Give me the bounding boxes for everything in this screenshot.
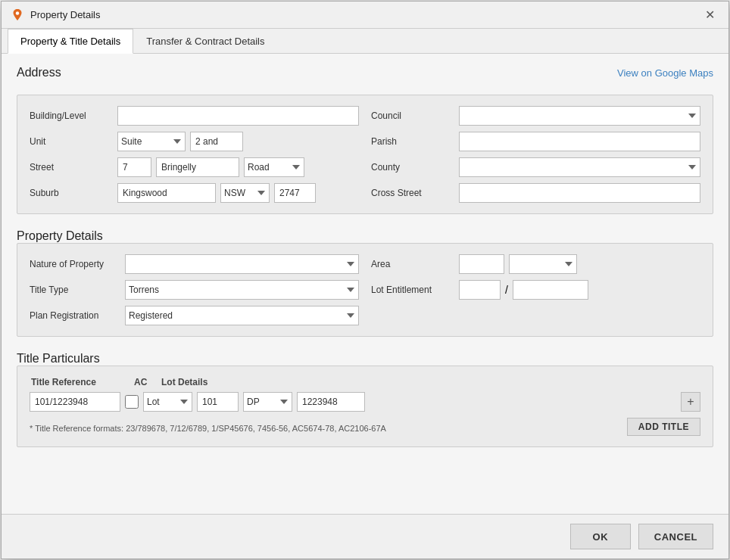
- add-title-button[interactable]: ADD TITLE: [627, 418, 700, 436]
- building-level-label: Building/Level: [30, 110, 113, 121]
- close-button[interactable]: ✕: [700, 8, 719, 23]
- col-title-ref-header: Title Reference: [31, 377, 129, 387]
- title-particulars-title: Title Particulars: [17, 352, 100, 365]
- unit-type-select[interactable]: Suite Unit Apartment Level: [117, 132, 186, 151]
- title-type-row: Title Type Torrens Old System Strata Com…: [30, 280, 359, 300]
- plan-reg-select[interactable]: Registered Unregistered: [125, 306, 359, 325]
- parish-input[interactable]: [459, 132, 700, 151]
- plan-reg-label: Plan Registration: [30, 310, 120, 321]
- cross-street-label: Cross Street: [371, 188, 454, 198]
- property-details-dialog: Property Details ✕ Property & Title Deta…: [1, 1, 729, 559]
- council-label: Council: [371, 110, 454, 121]
- unit-row: Unit Suite Unit Apartment Level: [30, 132, 359, 151]
- dialog-title: Property Details: [30, 9, 100, 20]
- cross-street-row: Cross Street: [371, 183, 700, 203]
- svg-point-0: [16, 11, 19, 14]
- parish-label: Parish: [371, 136, 454, 147]
- add-row-button[interactable]: +: [681, 392, 700, 412]
- property-cols: Nature of Property Title Type Torrens Ol…: [30, 254, 700, 325]
- suburb-row: Suburb NSW VIC QLD SA WA TAS ACT NT: [30, 183, 359, 203]
- nature-row: Nature of Property: [30, 254, 359, 274]
- title-ref-input[interactable]: [30, 392, 120, 412]
- address-cols: Building/Level Unit Suite Unit Apartment…: [30, 106, 700, 203]
- ok-button[interactable]: OK: [570, 524, 631, 549]
- dp-number-input[interactable]: [297, 392, 365, 412]
- address-left-col: Building/Level Unit Suite Unit Apartment…: [30, 106, 359, 203]
- title-formats-note: * Title Reference formats: 23/789678, 7/…: [30, 424, 386, 433]
- address-box: Building/Level Unit Suite Unit Apartment…: [17, 95, 713, 214]
- title-type-label: Title Type: [30, 285, 120, 295]
- unit-label: Unit: [30, 136, 113, 147]
- lot-ent-den-input[interactable]: [513, 280, 588, 300]
- property-right-col: Area Lot Entitlement /: [371, 254, 700, 325]
- google-maps-link[interactable]: View on Google Maps: [617, 67, 713, 79]
- lot-ent-num-input[interactable]: [459, 280, 501, 300]
- title-row: Lot SP CP DP SP CP +: [30, 392, 700, 412]
- ac-checkbox[interactable]: [125, 395, 139, 409]
- dp-type-select[interactable]: DP SP CP: [243, 392, 292, 412]
- council-row: Council: [371, 106, 700, 126]
- title-type-select[interactable]: Torrens Old System Strata Community: [125, 280, 359, 300]
- address-right-col: Council Parish County: [371, 106, 700, 203]
- lot-ent-divider: /: [505, 284, 508, 296]
- county-select[interactable]: [459, 157, 700, 177]
- col-lot-header: Lot Details: [161, 377, 313, 387]
- street-name-input[interactable]: [156, 157, 239, 177]
- postcode-input[interactable]: [274, 183, 316, 203]
- street-type-select[interactable]: Road Street Avenue Drive: [244, 157, 304, 177]
- street-number-input[interactable]: [117, 157, 151, 177]
- col-ac-header: AC: [134, 377, 157, 387]
- county-row: County: [371, 157, 700, 177]
- tabs-bar: Property & Title Details Transfer & Cont…: [2, 29, 728, 54]
- nature-select[interactable]: [125, 254, 359, 274]
- county-label: County: [371, 162, 454, 173]
- lot-type-select[interactable]: Lot SP CP: [143, 392, 192, 412]
- area-label: Area: [371, 259, 454, 269]
- cancel-button[interactable]: CANCEL: [638, 524, 713, 549]
- property-details-box: Nature of Property Title Type Torrens Ol…: [17, 243, 713, 337]
- tab-property-title[interactable]: Property & Title Details: [8, 29, 133, 54]
- address-section: Address View on Google Maps Building/Lev…: [17, 66, 713, 214]
- app-logo-icon: [11, 8, 24, 22]
- area-input[interactable]: [459, 254, 504, 274]
- cross-street-input[interactable]: [459, 183, 700, 203]
- property-left-col: Nature of Property Title Type Torrens Ol…: [30, 254, 359, 325]
- property-details-title: Property Details: [17, 229, 103, 242]
- tab-transfer-contract[interactable]: Transfer & Contract Details: [133, 29, 277, 54]
- suburb-input[interactable]: [117, 183, 216, 203]
- nature-label: Nature of Property: [30, 259, 120, 269]
- property-details-section: Property Details Nature of Property: [17, 229, 713, 337]
- address-title: Address: [17, 66, 61, 79]
- unit-text-input[interactable]: [190, 132, 243, 151]
- title-bar: Property Details ✕: [2, 2, 728, 29]
- parish-row: Parish: [371, 132, 700, 151]
- plan-reg-row: Plan Registration Registered Unregistere…: [30, 306, 359, 325]
- title-footer: * Title Reference formats: 23/789678, 7/…: [30, 418, 700, 436]
- lot-number-input[interactable]: [197, 392, 239, 412]
- state-select[interactable]: NSW VIC QLD SA WA TAS ACT NT: [220, 183, 270, 203]
- street-row: Street Road Street Avenue Drive: [30, 157, 359, 177]
- building-level-input[interactable]: [117, 106, 359, 126]
- lot-ent-label: Lot Entitlement: [371, 285, 454, 295]
- lot-entitlement-row: Lot Entitlement /: [371, 280, 700, 300]
- title-particulars-box: Title Reference AC Lot Details Lot SP CP: [17, 366, 713, 447]
- area-row: Area: [371, 254, 700, 274]
- street-label: Street: [30, 162, 113, 173]
- building-level-row: Building/Level: [30, 106, 359, 126]
- dialog-footer: OK CANCEL: [2, 514, 728, 558]
- address-header: Address View on Google Maps: [17, 66, 713, 87]
- council-select[interactable]: [459, 106, 700, 126]
- title-table-header: Title Reference AC Lot Details: [30, 377, 700, 387]
- content-area: Address View on Google Maps Building/Lev…: [2, 54, 728, 514]
- title-particulars-section: Title Particulars Title Reference AC Lot…: [17, 352, 713, 447]
- area-unit-select[interactable]: [509, 254, 577, 274]
- title-bar-left: Property Details: [11, 8, 100, 22]
- suburb-label: Suburb: [30, 188, 113, 198]
